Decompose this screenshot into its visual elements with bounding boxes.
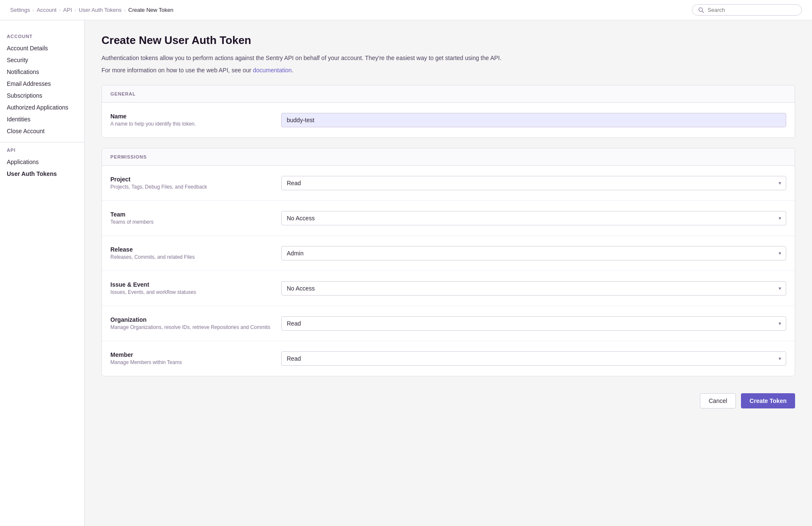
sidebar: Account Account Details Security Notific… xyxy=(0,20,85,526)
layout: Account Account Details Security Notific… xyxy=(0,20,812,526)
sidebar-item-account-details[interactable]: Account Details xyxy=(0,42,84,54)
team-label-title: Team xyxy=(110,211,271,218)
sidebar-item-subscriptions[interactable]: Subscriptions xyxy=(0,90,84,101)
release-label-title: Release xyxy=(110,246,271,253)
sidebar-item-identities[interactable]: Identities xyxy=(0,113,84,125)
page-title: Create New User Auth Token xyxy=(102,34,795,47)
sidebar-item-applications[interactable]: Applications xyxy=(0,156,84,168)
issue-event-label-title: Issue & Event xyxy=(110,281,271,288)
organization-label-title: Organization xyxy=(110,316,271,323)
permission-row-team: Team Teams of members No Access Read Rea… xyxy=(102,201,795,236)
team-label-block: Team Teams of members xyxy=(110,211,271,225)
team-select[interactable]: No Access Read Read & Write Admin xyxy=(281,211,786,225)
organization-label-block: Organization Manage Organizations, resol… xyxy=(110,316,271,330)
organization-select-wrapper: No Access Read Read & Write Admin ▾ xyxy=(281,316,786,331)
general-section-header: General xyxy=(102,85,795,103)
breadcrumb-sep-2: › xyxy=(59,8,61,13)
name-label-desc: A name to help you identify this token. xyxy=(110,121,271,127)
sidebar-item-close-account[interactable]: Close Account xyxy=(0,125,84,137)
permission-row-release: Release Releases, Commits, and related F… xyxy=(102,236,795,271)
team-control: No Access Read Read & Write Admin ▾ xyxy=(281,211,786,225)
sidebar-item-email-addresses[interactable]: Email Addresses xyxy=(0,78,84,90)
team-label-desc: Teams of members xyxy=(110,219,271,225)
sidebar-item-authorized-applications[interactable]: Authorized Applications xyxy=(0,101,84,113)
member-label-title: Member xyxy=(110,351,271,358)
release-label-block: Release Releases, Commits, and related F… xyxy=(110,246,271,260)
breadcrumb-api[interactable]: API xyxy=(63,7,72,13)
page-doc-before: For more information on how to use the w… xyxy=(102,67,253,74)
issue-event-select[interactable]: No Access Read Read & Write Admin xyxy=(281,281,786,296)
page-doc-text: For more information on how to use the w… xyxy=(102,66,795,75)
breadcrumb-sep-1: › xyxy=(33,8,34,13)
release-control: No Access Read Read & Write Admin ▾ xyxy=(281,246,786,260)
token-name-input[interactable] xyxy=(281,113,786,127)
project-control: No Access Read Read & Write Admin ▾ xyxy=(281,176,786,190)
member-select-wrapper: No Access Read Read & Write Admin ▾ xyxy=(281,351,786,366)
issue-event-label-desc: Issues, Events, and workflow statuses xyxy=(110,289,271,295)
breadcrumb-sep-3: › xyxy=(74,8,76,13)
sidebar-account-label: Account xyxy=(0,34,84,42)
organization-label-desc: Manage Organizations, resolve IDs, retri… xyxy=(110,324,271,330)
sidebar-divider xyxy=(0,142,84,142)
permissions-card: Permissions Project Projects, Tags, Debu… xyxy=(102,148,795,376)
sidebar-item-user-auth-tokens[interactable]: User Auth Tokens xyxy=(0,168,84,180)
project-label-title: Project xyxy=(110,176,271,183)
team-select-wrapper: No Access Read Read & Write Admin ▾ xyxy=(281,211,786,225)
breadcrumb-account[interactable]: Account xyxy=(37,7,57,13)
search-icon xyxy=(698,7,704,13)
breadcrumb-user-auth-tokens[interactable]: User Auth Tokens xyxy=(79,7,122,13)
issue-event-control: No Access Read Read & Write Admin ▾ xyxy=(281,281,786,296)
permission-row-organization: Organization Manage Organizations, resol… xyxy=(102,306,795,341)
breadcrumb-sep-4: › xyxy=(124,8,126,13)
sidebar-item-security[interactable]: Security xyxy=(0,54,84,66)
release-select-wrapper: No Access Read Read & Write Admin ▾ xyxy=(281,246,786,260)
name-label-title: Name xyxy=(110,113,271,120)
organization-select[interactable]: No Access Read Read & Write Admin xyxy=(281,316,786,331)
permissions-section-header: Permissions xyxy=(102,148,795,166)
project-select[interactable]: No Access Read Read & Write Admin xyxy=(281,176,786,190)
create-token-button[interactable]: Create Token xyxy=(741,393,795,408)
cancel-button[interactable]: Cancel xyxy=(700,393,736,408)
project-label-desc: Projects, Tags, Debug Files, and Feedbac… xyxy=(110,184,271,190)
permission-row-issue-event: Issue & Event Issues, Events, and workfl… xyxy=(102,271,795,306)
name-label-block: Name A name to help you identify this to… xyxy=(110,113,271,127)
release-select[interactable]: No Access Read Read & Write Admin xyxy=(281,246,786,260)
issue-event-select-wrapper: No Access Read Read & Write Admin ▾ xyxy=(281,281,786,296)
project-select-wrapper: No Access Read Read & Write Admin ▾ xyxy=(281,176,786,190)
footer-actions: Cancel Create Token xyxy=(102,386,795,412)
release-label-desc: Releases, Commits, and related Files xyxy=(110,254,271,260)
issue-event-label-block: Issue & Event Issues, Events, and workfl… xyxy=(110,281,271,295)
page-description: Authentication tokens allow you to perfo… xyxy=(102,54,795,63)
general-card: General Name A name to help you identify… xyxy=(102,85,795,138)
breadcrumb: Settings › Account › API › User Auth Tok… xyxy=(10,7,173,13)
main-content: Create New User Auth Token Authenticatio… xyxy=(85,20,812,526)
sidebar-item-notifications[interactable]: Notifications xyxy=(0,66,84,78)
documentation-link[interactable]: documentation xyxy=(253,67,292,74)
name-control xyxy=(281,113,786,127)
search-input[interactable] xyxy=(708,7,796,13)
sidebar-api-label: API xyxy=(0,148,84,156)
breadcrumb-current: Create New Token xyxy=(128,7,173,13)
organization-control: No Access Read Read & Write Admin ▾ xyxy=(281,316,786,331)
member-control: No Access Read Read & Write Admin ▾ xyxy=(281,351,786,366)
member-label-desc: Manage Members within Teams xyxy=(110,359,271,365)
project-label-block: Project Projects, Tags, Debug Files, and… xyxy=(110,176,271,190)
svg-line-1 xyxy=(702,11,704,13)
permission-row-project: Project Projects, Tags, Debug Files, and… xyxy=(102,166,795,201)
breadcrumb-settings[interactable]: Settings xyxy=(10,7,30,13)
permission-row-member: Member Manage Members within Teams No Ac… xyxy=(102,341,795,376)
search-box[interactable] xyxy=(692,4,802,16)
page-doc-after: . xyxy=(292,67,294,74)
member-label-block: Member Manage Members within Teams xyxy=(110,351,271,365)
name-row: Name A name to help you identify this to… xyxy=(102,103,795,137)
topbar: Settings › Account › API › User Auth Tok… xyxy=(0,0,812,20)
member-select[interactable]: No Access Read Read & Write Admin xyxy=(281,351,786,366)
